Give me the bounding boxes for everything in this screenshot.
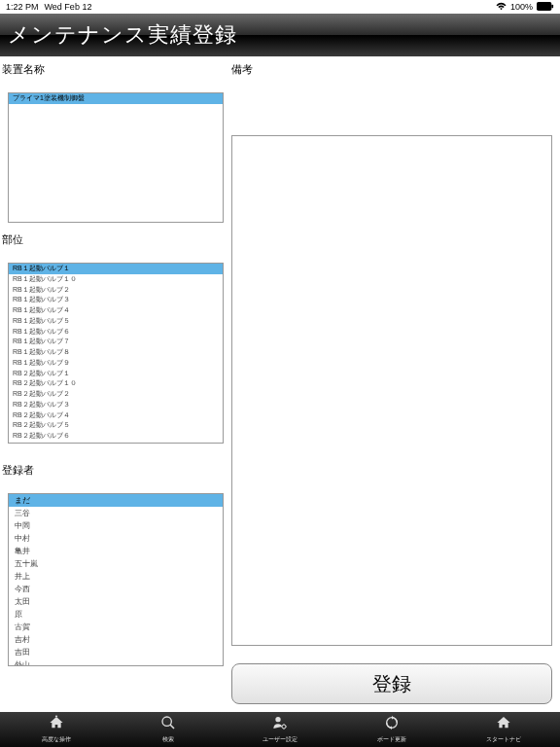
list-item[interactable]: RB１起動バルブ１０ [9,274,223,285]
users-list[interactable]: まだ三谷中岡中村亀井五十嵐井上今西太田原古賀吉村吉田外山大友大村大森 [8,493,224,666]
list-item[interactable]: まだ [9,494,223,507]
list-item[interactable]: 原 [9,608,223,621]
registrant-label: 登録者 [2,461,231,480]
list-item[interactable]: 吉田 [9,646,223,658]
nav-start[interactable]: スタートナビ [448,712,560,747]
register-button[interactable]: 登録 [231,663,552,704]
remarks-label: 備考 [231,60,552,79]
user-gear-icon [272,715,288,734]
svg-line-3 [170,725,174,729]
list-item[interactable]: RB１起動バルブ６ [9,327,223,338]
list-item[interactable]: 外山 [9,658,223,666]
list-item[interactable]: 三谷 [9,507,223,519]
remarks-textarea[interactable] [231,135,552,646]
page-title: メンテナンス実績登録 [8,20,237,50]
list-item[interactable]: RB１起動バルブ２ [9,285,223,296]
nav-board-update[interactable]: ボード更新 [336,712,448,747]
list-item[interactable]: プライマ1塗装機制御盤 [9,93,223,104]
search-icon [160,715,176,734]
list-item[interactable]: RB１起動バルブ９ [9,358,223,369]
list-item[interactable]: RB１起動バルブ４ [9,305,223,316]
list-item[interactable]: RB１起動バルブ３ [9,295,223,305]
list-item[interactable]: RB２起動バルブ６ [9,431,223,442]
bottom-nav: 高度な操作 検索 ユーザー設定 ボード更新 スタートナビ [0,712,560,747]
wifi-icon [496,2,507,13]
nav-user-settings[interactable]: ユーザー設定 [224,712,335,747]
equipment-list[interactable]: プライマ1塗装機制御盤 [8,92,224,223]
list-item[interactable]: RB２起動バルブ３ [9,400,223,410]
home-icon [496,715,511,734]
status-time: 1:22 PM [6,2,39,12]
svg-point-5 [282,725,286,729]
home-up-icon [49,715,64,734]
list-item[interactable]: RB２起動バルブ７ [9,442,223,444]
nav-search[interactable]: 検索 [112,712,224,747]
list-item[interactable]: RB２起動バルブ２ [9,389,223,400]
list-item[interactable]: RB２起動バルブ１０ [9,378,223,389]
svg-point-2 [162,717,171,726]
status-date: Wed Feb 12 [45,2,92,12]
list-item[interactable]: 井上 [9,570,223,583]
list-item[interactable]: RB１起動バルブ１ [9,264,223,274]
list-item[interactable]: 中岡 [9,519,223,532]
battery-icon [537,2,554,13]
list-item[interactable]: RB２起動バルブ５ [9,420,223,431]
refresh-icon [384,715,400,734]
equipment-label: 装置名称 [2,60,231,79]
list-item[interactable]: 吉村 [9,633,223,646]
list-item[interactable]: 古賀 [9,621,223,633]
list-item[interactable]: 亀井 [9,545,223,557]
parts-label: 部位 [2,231,231,249]
title-bar: メンテナンス実績登録 [0,14,560,56]
list-item[interactable]: RB２起動バルブ１ [9,369,223,379]
list-item[interactable]: RB１起動バルブ５ [9,316,223,327]
svg-rect-1 [551,4,553,8]
list-item[interactable]: 五十嵐 [9,557,223,570]
battery-text: 100% [510,2,533,12]
status-bar: 1:22 PM Wed Feb 12 100% [0,0,560,14]
svg-rect-0 [537,2,551,11]
list-item[interactable]: RB１起動バルブ８ [9,347,223,358]
parts-list[interactable]: RB１起動バルブ１RB１起動バルブ１０RB１起動バルブ２RB１起動バルブ３RB１… [8,263,224,444]
list-item[interactable]: 中村 [9,532,223,545]
svg-point-4 [275,717,280,722]
list-item[interactable]: 太田 [9,595,223,608]
list-item[interactable]: RB２起動バルブ４ [9,410,223,421]
list-item[interactable]: RB１起動バルブ７ [9,337,223,347]
list-item[interactable]: 今西 [9,583,223,595]
nav-advanced[interactable]: 高度な操作 [0,712,112,747]
